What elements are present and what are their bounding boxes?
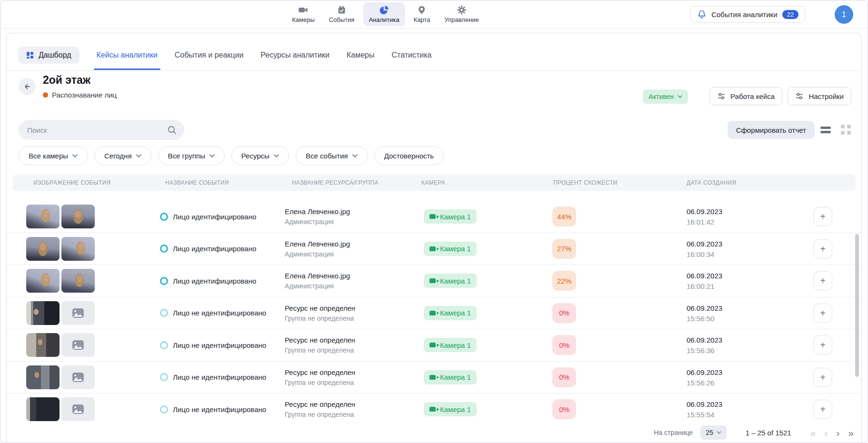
last-page-button[interactable]: »	[848, 428, 854, 438]
filter-resources[interactable]: Ресурсы	[231, 146, 289, 165]
date-cell: 06.09.2023 16:00:21	[687, 272, 722, 290]
chevron-down-icon	[274, 154, 279, 158]
event-name-cell: Лицо не идентифицировано	[160, 297, 266, 329]
event-type-icon	[160, 341, 168, 349]
app-window: Камеры События Аналитика Карта	[0, 0, 868, 443]
analytics-events-button[interactable]: События аналитики 22	[690, 6, 805, 23]
column-created-date: ДАТА СОЗДАНИЯ	[687, 175, 736, 191]
event-name: Лицо идентифицировано	[173, 213, 256, 221]
table-row[interactable]: Лицо идентифицировано Елена Левченко.jpg…	[7, 201, 861, 233]
tab-dashboard[interactable]: Дашборд	[18, 47, 80, 64]
table-row[interactable]: Лицо идентифицировано Елена Левченко.jpg…	[7, 265, 861, 297]
back-button[interactable]	[19, 78, 36, 95]
camera-badge[interactable]: Камера 1	[424, 274, 477, 288]
camera-badge[interactable]: Камера 1	[424, 370, 477, 384]
pager: « ‹ › »	[810, 428, 854, 438]
nav-item-events[interactable]: События	[323, 2, 360, 26]
event-name: Лицо идентифицировано	[173, 245, 256, 253]
camera-badge[interactable]: Камера 1	[424, 338, 477, 352]
add-button[interactable]: +	[813, 335, 832, 354]
filter-all-groups[interactable]: Все группы	[158, 146, 225, 165]
image-placeholder-icon	[72, 308, 84, 318]
grid-view-icon[interactable]	[841, 125, 851, 135]
event-photo-1[interactable]	[26, 333, 60, 357]
search-input[interactable]	[26, 126, 167, 135]
event-name: Лицо не идентифицировано	[173, 373, 266, 381]
main-navigation: Камеры События Аналитика Карта	[286, 2, 485, 26]
event-photo-1[interactable]	[26, 365, 60, 389]
add-button[interactable]: +	[813, 239, 832, 258]
event-photo-1[interactable]	[26, 205, 60, 228]
scrollbar-thumb[interactable]	[855, 234, 859, 377]
settings-label: Настройки	[808, 92, 844, 100]
event-photo-2[interactable]	[61, 237, 95, 261]
add-button[interactable]: +	[813, 207, 832, 226]
add-button[interactable]: +	[813, 368, 832, 387]
table-row[interactable]: Лицо не идентифицировано Ресурс не опред…	[7, 394, 861, 426]
filter-confidence[interactable]: Достоверность	[374, 146, 444, 165]
nav-item-management[interactable]: Управление	[439, 2, 485, 26]
event-photo-2[interactable]	[61, 205, 95, 228]
similarity-cell: 0%	[552, 362, 576, 394]
filter-all-events[interactable]: Все события	[296, 146, 368, 165]
camera-badge[interactable]: Камера 1	[424, 242, 477, 256]
camera-badge[interactable]: Камера 1	[424, 402, 477, 416]
table-row[interactable]: Лицо не идентифицировано Ресурс не опред…	[7, 329, 861, 362]
prev-page-button[interactable]: ‹	[824, 428, 828, 438]
filter-all-cameras[interactable]: Все камеры	[19, 146, 88, 165]
camera-badge[interactable]: Камера 1	[424, 306, 477, 320]
event-photo-2[interactable]	[61, 269, 95, 293]
tab-statistics[interactable]: Статистика	[391, 40, 431, 70]
per-page-select[interactable]: 25	[700, 425, 727, 440]
event-name-cell: Лицо не идентифицировано	[160, 394, 266, 425]
event-photo-1[interactable]	[26, 237, 60, 261]
first-page-button[interactable]: «	[810, 428, 816, 438]
add-button[interactable]: +	[813, 271, 832, 290]
case-subtitle: Распознавание лиц	[43, 91, 117, 99]
status-dot	[43, 92, 48, 98]
event-photo-2[interactable]	[61, 301, 95, 325]
tab-events-reactions[interactable]: События и реакции	[175, 40, 244, 70]
nav-item-cameras[interactable]: Камеры	[286, 2, 320, 26]
status-dropdown[interactable]: Активен	[643, 89, 688, 104]
date-cell: 06.09.2023 16:01:42	[687, 207, 722, 226]
event-images-cell	[26, 297, 95, 329]
resource-group: Администрация	[285, 282, 350, 290]
add-button[interactable]: +	[813, 304, 832, 323]
tab-analytics-resources[interactable]: Ресурсы аналитики	[260, 40, 329, 70]
event-photo-1[interactable]	[26, 269, 60, 293]
filter-today[interactable]: Сегодня	[94, 146, 151, 165]
event-photo-1[interactable]	[26, 301, 60, 325]
event-name-cell: Лицо не идентифицировано	[160, 329, 266, 361]
per-page-label: На странице	[654, 429, 693, 436]
list-view-icon[interactable]	[820, 125, 831, 135]
event-photo-1[interactable]	[26, 397, 60, 421]
case-work-button[interactable]: Работа кейса	[709, 87, 782, 105]
settings-button[interactable]: Настройки	[788, 87, 851, 105]
nav-item-analytics[interactable]: Аналитика	[363, 2, 405, 26]
table-row[interactable]: Лицо не идентифицировано Ресурс не опред…	[7, 362, 861, 394]
resource-name: Ресурс не определен	[285, 368, 355, 376]
tab-analytics-cases[interactable]: Кейсы аналитики	[97, 40, 158, 70]
event-photo-2[interactable]	[61, 333, 95, 357]
sliders-icon	[795, 92, 804, 100]
similarity-badge: 0%	[552, 335, 576, 355]
gear-icon	[457, 5, 467, 15]
event-photo-2[interactable]	[61, 397, 95, 421]
camera-badge[interactable]: Камера 1	[424, 209, 477, 224]
event-images-cell	[26, 394, 95, 425]
nav-item-map[interactable]: Карта	[408, 2, 436, 26]
content-card: Дашборд Кейсы аналитики События и реакци…	[6, 33, 862, 443]
next-page-button[interactable]: ›	[836, 428, 839, 438]
tab-cameras[interactable]: Камеры	[347, 40, 375, 70]
table-row[interactable]: Лицо не идентифицировано Ресурс не опред…	[7, 297, 861, 330]
event-date: 06.09.2023	[687, 400, 722, 408]
event-name: Лицо не идентифицировано	[173, 309, 266, 317]
add-button[interactable]: +	[813, 400, 832, 419]
user-avatar[interactable]: 1	[835, 5, 853, 24]
event-name-cell: Лицо идентифицировано	[160, 233, 256, 265]
table-row[interactable]: Лицо идентифицировано Елена Левченко.jpg…	[7, 233, 861, 266]
search-icon[interactable]	[167, 125, 177, 135]
event-photo-2[interactable]	[61, 365, 95, 389]
generate-report-button[interactable]: Сформировать отчет	[728, 121, 815, 139]
